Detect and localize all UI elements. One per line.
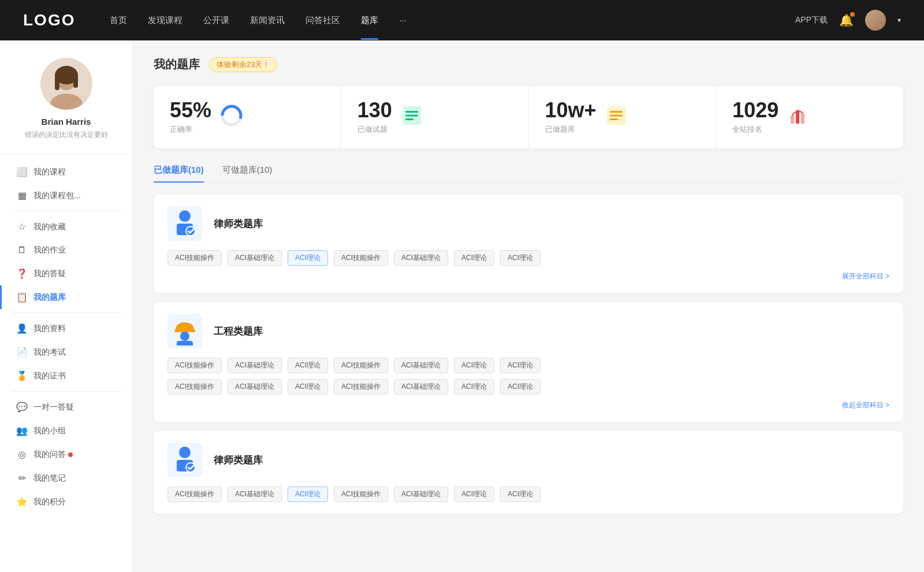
svg-point-25: [179, 447, 191, 458]
nav-open-course[interactable]: 公开课: [203, 15, 229, 26]
qbank-lawyer-icon: [167, 206, 202, 241]
sidebar-item-label: 我的证书: [33, 371, 66, 381]
nav-qbank[interactable]: 题库: [361, 15, 378, 26]
sidebar-item-my-qa[interactable]: ◎ 我的问答: [0, 443, 132, 466]
my-qa-icon: ◎: [16, 449, 28, 460]
tab-available-banks[interactable]: 可做题库(10): [222, 165, 273, 183]
qbank-title-engineer: 工程类题库: [214, 325, 263, 338]
tag-item[interactable]: ACI理论: [454, 486, 494, 502]
tag-item[interactable]: ACI技能操作: [167, 358, 222, 373]
tag-item[interactable]: ACI技能操作: [167, 379, 222, 395]
divider: [12, 211, 121, 211]
nav-home[interactable]: 首页: [110, 15, 127, 26]
stat-accuracy-label: 正确率: [170, 124, 211, 135]
nav-news[interactable]: 新闻资讯: [250, 15, 285, 26]
tag-item[interactable]: ACI技能操作: [334, 358, 388, 373]
tag-item[interactable]: ACI理论: [500, 358, 541, 373]
stat-banks-label: 已做题库: [545, 124, 597, 135]
tag-item[interactable]: ACI技能操作: [167, 250, 222, 266]
nav-discover[interactable]: 发现课程: [148, 15, 182, 26]
notification-bell-icon[interactable]: 🔔: [839, 13, 854, 27]
sidebar-item-cert[interactable]: 🏅 我的证书: [0, 364, 132, 388]
pie-chart-icon: [221, 105, 243, 131]
sidebar-item-label: 我的答疑: [33, 269, 66, 279]
exam-icon: 📄: [16, 347, 28, 358]
sidebar-item-label: 我的问答: [33, 450, 66, 460]
tag-item[interactable]: ACI理论: [454, 358, 494, 373]
sidebar-item-one-on-one[interactable]: 💬 一对一答疑: [0, 395, 132, 419]
notification-dot: [850, 12, 855, 17]
lawyer-svg-2: [172, 445, 198, 474]
sidebar-item-course-pack[interactable]: ▦ 我的课程包...: [0, 184, 132, 207]
logo[interactable]: LOGO: [23, 11, 75, 29]
sidebar: Brian Harris 错误的决定比没有决定要好 ⬜ 我的课程 ▦ 我的课程包…: [0, 40, 133, 572]
tag-item[interactable]: ACI基础理论: [228, 250, 282, 266]
chevron-down-icon[interactable]: ▾: [897, 16, 901, 24]
tag-item[interactable]: ACI技能操作: [167, 486, 222, 502]
tag-item[interactable]: ACI理论: [454, 250, 494, 266]
tag-item[interactable]: ACI技能操作: [334, 250, 388, 266]
svg-point-19: [179, 210, 191, 222]
svg-rect-9: [405, 111, 418, 113]
qbank-title-lawyer-2: 律师类题库: [214, 454, 263, 467]
nav-qa[interactable]: 问答社区: [305, 15, 340, 26]
sidebar-item-profile[interactable]: 👤 我的资料: [0, 317, 132, 340]
tag-item[interactable]: ACI技能操作: [334, 486, 388, 502]
cert-icon: 🏅: [16, 370, 28, 381]
nav-links: 首页 发现课程 公开课 新闻资讯 问答社区 题库 ···: [110, 15, 795, 26]
tag-item-active[interactable]: ACI理论: [288, 250, 328, 266]
stat-rank-text: 1029 全站排名: [732, 100, 778, 135]
sidebar-item-course[interactable]: ⬜ 我的课程: [0, 160, 132, 184]
tag-item[interactable]: ACI基础理论: [228, 486, 282, 502]
qbank-header: 律师类题库: [167, 206, 889, 241]
sidebar-avatar: [40, 58, 92, 110]
tag-item[interactable]: ACI理论: [288, 358, 328, 373]
app-download-button[interactable]: APP下载: [795, 15, 828, 25]
sidebar-item-exam[interactable]: 📄 我的考试: [0, 340, 132, 364]
bar-chart-red-icon: [788, 105, 808, 130]
svg-point-27: [186, 463, 195, 472]
svg-rect-4: [55, 74, 59, 90]
tag-item[interactable]: ACI理论: [500, 486, 541, 502]
svg-rect-14: [610, 114, 623, 116]
tag-item[interactable]: ACI理论: [454, 379, 494, 395]
trial-badge: 体验剩余23天！: [209, 57, 277, 72]
qbank-engineer-icon: [167, 314, 202, 348]
star-icon: ☆: [16, 221, 28, 232]
svg-rect-11: [405, 118, 413, 120]
tab-done-banks[interactable]: 已做题库(10): [154, 165, 204, 183]
course-pack-icon: ▦: [16, 190, 28, 201]
qbank-header: 工程类题库: [167, 314, 889, 348]
sidebar-item-notes[interactable]: ✏ 我的笔记: [0, 466, 132, 490]
divider: [12, 313, 121, 313]
sidebar-item-points[interactable]: ⭐ 我的积分: [0, 490, 132, 514]
stat-rank-label: 全站排名: [732, 124, 778, 135]
tag-item[interactable]: ACI基础理论: [394, 358, 448, 373]
sidebar-item-qbank[interactable]: 📋 我的题库: [0, 285, 132, 309]
qbank-card-engineer: 工程类题库 ACI技能操作 ACI基础理论 ACI理论 ACI技能操作 ACI基…: [154, 302, 903, 422]
tag-item[interactable]: ACI基础理论: [394, 379, 448, 395]
avatar-image: [865, 10, 886, 31]
tag-item[interactable]: ACI理论: [500, 250, 541, 266]
sidebar-item-favorite[interactable]: ☆ 我的收藏: [0, 215, 132, 239]
tag-item[interactable]: ACI基础理论: [394, 486, 448, 502]
sidebar-item-label: 一对一答疑: [33, 402, 74, 413]
tag-item[interactable]: ACI理论: [288, 379, 328, 395]
tag-item[interactable]: ACI基础理论: [228, 379, 282, 395]
svg-rect-17: [796, 111, 799, 124]
collapse-all-button[interactable]: 收起全部科目 >: [167, 400, 889, 410]
tag-item-active[interactable]: ACI理论: [288, 486, 328, 502]
sidebar-item-qa[interactable]: ❓ 我的答疑: [0, 262, 132, 285]
stat-questions-label: 已做试题: [357, 124, 392, 135]
sidebar-item-group[interactable]: 👥 我的小组: [0, 419, 132, 443]
tag-item[interactable]: ACI理论: [500, 379, 541, 395]
tag-item[interactable]: ACI基础理论: [228, 358, 282, 373]
avatar[interactable]: [865, 10, 886, 31]
nav-more[interactable]: ···: [399, 15, 407, 26]
expand-all-button-1[interactable]: 展开全部科目 >: [167, 272, 889, 281]
tag-item[interactable]: ACI技能操作: [334, 379, 388, 395]
qbank-tags-engineer-row2: ACI技能操作 ACI基础理论 ACI理论 ACI技能操作 ACI基础理论 AC…: [167, 379, 889, 395]
sidebar-item-label: 我的积分: [33, 497, 66, 507]
tag-item[interactable]: ACI基础理论: [394, 250, 448, 266]
sidebar-item-homework[interactable]: 🗒 我的作业: [0, 239, 132, 262]
